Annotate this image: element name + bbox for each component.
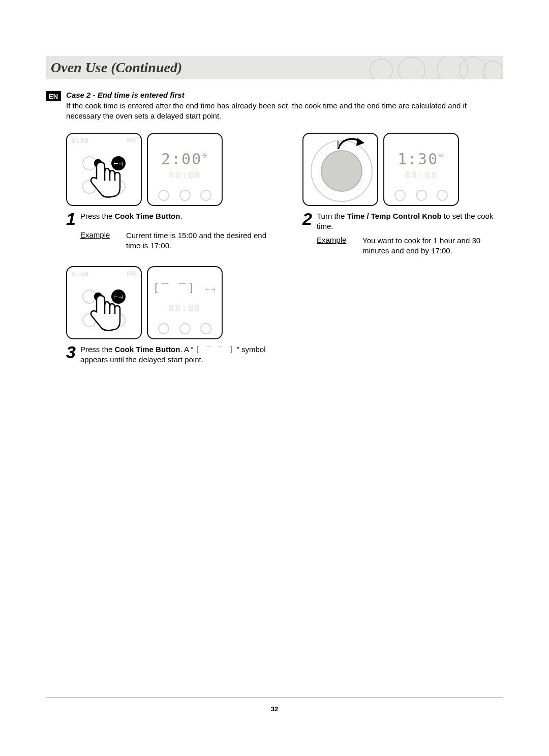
dial-knob-icon <box>321 150 362 192</box>
faded-display: 8:88 <box>71 137 89 144</box>
step3-text: Press the Cook Time Button. A “ [ ‾ ‾ ] … <box>80 344 267 365</box>
dial-mark-icon <box>337 141 339 147</box>
button-icon <box>437 190 448 201</box>
title-decoration <box>351 56 503 79</box>
svg-point-3 <box>460 57 486 79</box>
control-panel-buttons: 8:88 888 ⊢⊣ <box>66 266 142 339</box>
faded-display: 88:88 <box>148 169 222 180</box>
button-icon <box>394 190 406 201</box>
display-panel: [‾ ‾] ⊢⊣ 88:88 <box>147 266 223 339</box>
step1-text: Press the Cook Time Button. <box>80 211 267 226</box>
symbol-display: [‾ ‾] ⊢⊣ <box>148 281 222 294</box>
faded-display: 8:88 <box>71 270 89 278</box>
footer-rule <box>46 697 503 697</box>
example-text: You want to cook for 1 hour and 30 minut… <box>362 236 503 256</box>
faded-display: 88:88 <box>148 303 222 313</box>
control-knob-panel <box>302 133 378 206</box>
button-icon <box>416 190 427 201</box>
svg-point-1 <box>399 57 425 79</box>
time-display: 1:30☼ <box>384 150 458 168</box>
section-title-bar: Oven Use (Continued) <box>46 56 503 79</box>
language-badge: EN <box>46 91 61 101</box>
display-panel: 2:00☼ 88:88 <box>147 133 223 206</box>
time-display: 2:00☼ <box>148 150 222 168</box>
display-panel: 1:30☼ 88:88 <box>383 133 459 206</box>
svg-point-0 <box>370 59 392 79</box>
step-number: 1 <box>66 211 80 226</box>
button-icon <box>179 323 191 334</box>
step2-text: Turn the Time / Temp Control Knob to set… <box>317 211 503 232</box>
control-panel-buttons: 8:88 888 ⊢⊣ <box>66 133 142 206</box>
svg-rect-16 <box>337 141 339 147</box>
svg-marker-15 <box>356 138 364 146</box>
button-icon <box>200 323 211 334</box>
case-heading: Case 2 - End time is entered first <box>66 91 503 99</box>
section-title: Oven Use (Continued) <box>51 60 182 76</box>
example-text: Current time is 15:00 and the desired en… <box>126 230 267 251</box>
case-description: If the cook time is entered after the en… <box>66 101 503 122</box>
button-icon <box>158 190 169 201</box>
button-icon <box>158 323 169 334</box>
faded-display: 888 <box>127 137 137 143</box>
step-number: 3 <box>66 344 80 365</box>
time-value: 1:30 <box>398 150 438 168</box>
step1-figure: 8:88 888 ⊢⊣ <box>66 133 267 206</box>
hand-pointing-icon <box>86 159 132 205</box>
faded-display: 888 <box>127 270 137 277</box>
button-icon <box>179 190 191 201</box>
button-icon <box>200 190 211 201</box>
step3-figure: 8:88 888 ⊢⊣ <box>66 266 267 339</box>
example-label: Example <box>317 236 362 256</box>
step2-figure: 1:30☼ 88:88 <box>302 133 503 206</box>
hand-pointing-icon <box>86 293 132 338</box>
example-label: Example <box>80 230 126 251</box>
svg-point-2 <box>437 56 468 79</box>
time-value: 2:00 <box>161 150 202 168</box>
step-number: 2 <box>302 211 317 232</box>
faded-display: 88:88 <box>384 169 458 180</box>
page-number: 32 <box>0 705 549 713</box>
display-symbol-inline: [ ‾ ‾ ] <box>195 345 234 354</box>
